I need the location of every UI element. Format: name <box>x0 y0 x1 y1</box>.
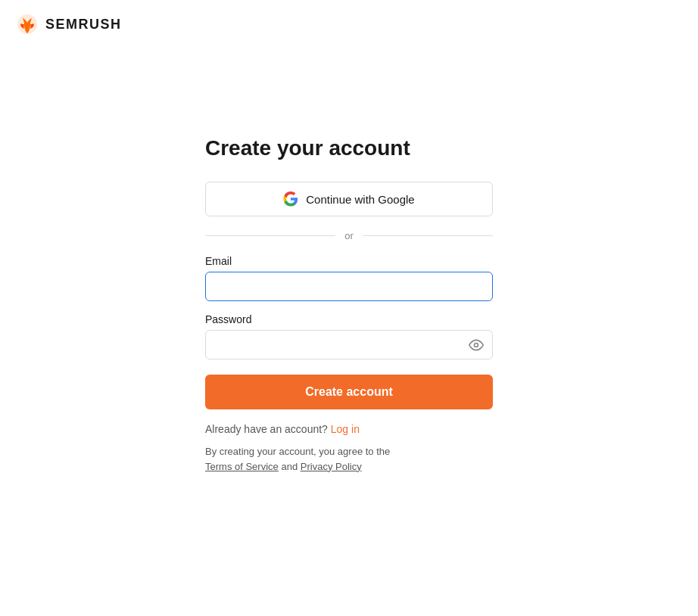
divider-text: or <box>344 230 354 241</box>
main-container: Create your account Continue with Google… <box>0 0 698 474</box>
divider: or <box>205 230 493 241</box>
password-input[interactable] <box>205 330 493 359</box>
create-account-button[interactable]: Create account <box>205 375 493 409</box>
login-link[interactable]: Log in <box>331 423 360 435</box>
email-input[interactable] <box>205 272 493 301</box>
terms-section: By creating your account, you agree to t… <box>205 444 493 474</box>
google-signin-button[interactable]: Continue with Google <box>205 182 493 216</box>
divider-line-right <box>363 235 493 236</box>
terms-intro-text: By creating your account, you agree to t… <box>205 446 390 457</box>
form-card: Create your account Continue with Google… <box>205 136 493 474</box>
logo-text: SEMRUSH <box>45 17 122 33</box>
already-account-section: Already have an account? Log in <box>205 423 493 435</box>
email-label: Email <box>205 255 493 267</box>
toggle-password-button[interactable] <box>469 338 484 353</box>
terms-of-service-link[interactable]: Terms of Service <box>205 461 279 472</box>
email-field-wrapper <box>205 272 493 301</box>
svg-point-1 <box>475 343 478 347</box>
terms-and-text: and <box>281 461 298 472</box>
google-button-label: Continue with Google <box>306 193 414 206</box>
page-title: Create your account <box>205 136 493 160</box>
google-icon <box>283 191 298 207</box>
divider-line-left <box>205 235 335 236</box>
password-label: Password <box>205 313 493 325</box>
semrush-logo-icon <box>15 12 39 36</box>
password-field-wrapper <box>205 330 493 359</box>
eye-icon <box>469 338 484 353</box>
header: SEMRUSH <box>15 12 122 36</box>
privacy-policy-link[interactable]: Privacy Policy <box>301 461 362 472</box>
already-account-text: Already have an account? <box>205 423 328 435</box>
